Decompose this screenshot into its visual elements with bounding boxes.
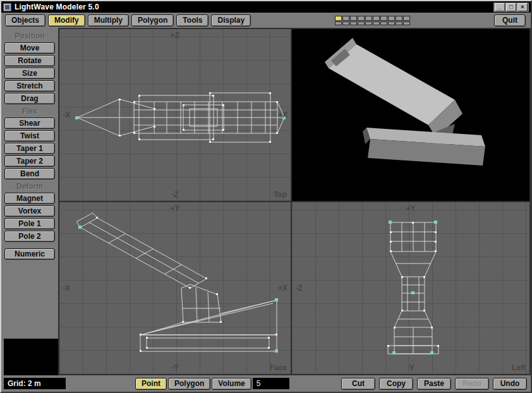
layer-button[interactable] <box>373 21 380 25</box>
tool-move[interactable]: Move <box>4 42 55 54</box>
tool-vortex[interactable]: Vortex <box>4 205 55 217</box>
layer-button[interactable] <box>342 16 349 21</box>
viewport-top[interactable]: +Z -X +X -Z Top <box>59 29 291 201</box>
shaded-preview <box>292 29 529 201</box>
app-window: LightWave Modeler 5.0 _ □ × Objects Modi… <box>0 0 532 393</box>
tool-taper-1[interactable]: Taper 1 <box>4 143 55 154</box>
minimize-button[interactable]: _ <box>495 3 505 11</box>
tab-objects[interactable]: Objects <box>5 15 45 27</box>
tool-pole-1[interactable]: Pole 1 <box>4 218 55 229</box>
foreground-layer-row <box>335 16 410 21</box>
cut-button[interactable]: Cut <box>341 378 375 390</box>
layer-button[interactable] <box>388 16 395 21</box>
axis-label: -X <box>63 111 70 119</box>
tab-tools[interactable]: Tools <box>176 15 209 27</box>
section-label-deform: Deform <box>16 182 43 191</box>
layer-button[interactable] <box>335 21 342 25</box>
redo-button: Redo <box>455 378 489 390</box>
main-area: Position Move Rotate Size Stretch Drag F… <box>1 28 531 375</box>
axis-label: -Z <box>295 284 302 293</box>
layer-button[interactable] <box>335 16 342 21</box>
section-label-position: Position <box>15 32 44 40</box>
layer-button[interactable] <box>396 21 402 25</box>
axis-label: +Z <box>171 31 179 40</box>
background-layer-row <box>335 21 410 25</box>
axis-label: -X <box>63 284 70 293</box>
layer-button[interactable] <box>350 16 357 21</box>
layer-button[interactable] <box>396 16 402 21</box>
close-button[interactable]: × <box>517 3 528 11</box>
app-icon <box>3 3 11 11</box>
layer-button[interactable] <box>380 21 387 25</box>
layer-button[interactable] <box>365 16 372 21</box>
layer-button[interactable] <box>350 21 357 25</box>
maximize-button[interactable]: □ <box>506 3 516 11</box>
tool-stretch[interactable]: Stretch <box>4 80 55 92</box>
tab-multiply[interactable]: Multiply <box>88 15 129 27</box>
viewport-face[interactable]: +Y -X +X -Y Face <box>59 202 291 374</box>
axis-label: -Z <box>171 190 178 199</box>
quit-button[interactable]: Quit <box>494 15 526 27</box>
tool-magnet[interactable]: Magnet <box>4 193 55 204</box>
window-controls: _ □ × <box>493 3 529 12</box>
layer-selector <box>335 16 410 25</box>
tool-taper-2[interactable]: Taper 2 <box>4 155 55 167</box>
window-title: LightWave Modeler 5.0 <box>15 3 99 11</box>
wireframe-face-view <box>59 202 291 374</box>
tab-modify[interactable]: Modify <box>48 15 85 27</box>
wireframe-left-view <box>292 202 529 374</box>
tool-shear[interactable]: Shear <box>4 118 55 129</box>
wireframe-top-view <box>59 29 291 201</box>
layer-button[interactable] <box>358 16 365 21</box>
tool-size[interactable]: Size <box>4 68 55 79</box>
tool-pole-2[interactable]: Pole 2 <box>4 231 55 242</box>
view-name-label: Left <box>512 363 526 372</box>
layer-button[interactable] <box>388 21 395 25</box>
view-name-label: Face <box>270 363 287 372</box>
view-name-label: Top <box>274 190 287 199</box>
tool-twist[interactable]: Twist <box>4 130 55 142</box>
axis-label: -Y <box>171 363 179 372</box>
layer-button[interactable] <box>373 16 380 21</box>
tool-rotate[interactable]: Rotate <box>4 55 55 66</box>
titlebar[interactable]: LightWave Modeler 5.0 _ □ × <box>1 1 531 13</box>
selection-count-field[interactable]: 5 <box>253 378 289 389</box>
menubar: Objects Modify Multiply Polygon Tools Di… <box>1 13 531 28</box>
axis-label: +Y <box>406 204 415 213</box>
numeric-button[interactable]: Numeric <box>4 248 55 260</box>
layer-button[interactable] <box>403 21 410 25</box>
viewport-grid: +Z -X +X -Z Top <box>58 28 531 375</box>
tool-drag[interactable]: Drag <box>4 93 55 104</box>
tab-display[interactable]: Display <box>211 15 251 27</box>
mode-point-button[interactable]: Point <box>135 378 167 390</box>
tool-sidebar: Position Move Rotate Size Stretch Drag F… <box>1 28 58 375</box>
mode-polygon-button[interactable]: Polygon <box>168 378 210 390</box>
copy-button[interactable]: Copy <box>379 378 413 390</box>
layer-button[interactable] <box>342 21 349 25</box>
undo-button[interactable]: Undo <box>493 378 527 390</box>
layer-button[interactable] <box>380 16 387 21</box>
tool-bend[interactable]: Bend <box>4 168 55 179</box>
sidebar-preview-box <box>4 339 58 375</box>
grid-size-display: Grid: 2 m <box>4 378 66 389</box>
layer-button[interactable] <box>365 21 372 25</box>
viewport-left[interactable]: +Y -Z -Y Left <box>292 202 529 374</box>
axis-label: -Y <box>407 363 414 372</box>
selection-mode-group: Point Polygon Volume <box>135 378 251 390</box>
mode-volume-button[interactable]: Volume <box>212 378 251 390</box>
axis-label: +X <box>278 111 287 119</box>
section-label-flex: Flex <box>22 107 37 116</box>
layer-button[interactable] <box>403 16 410 21</box>
edit-action-group: Cut Copy Paste Redo Undo <box>341 378 527 390</box>
paste-button[interactable]: Paste <box>417 378 451 390</box>
statusbar: Grid: 2 m Point Polygon Volume 5 Cut Cop… <box>1 375 531 392</box>
tab-polygon[interactable]: Polygon <box>131 15 174 27</box>
axis-label: +Y <box>170 204 179 213</box>
axis-label: +X <box>278 284 287 293</box>
layer-button[interactable] <box>358 21 365 25</box>
viewport-perspective[interactable] <box>292 29 529 201</box>
